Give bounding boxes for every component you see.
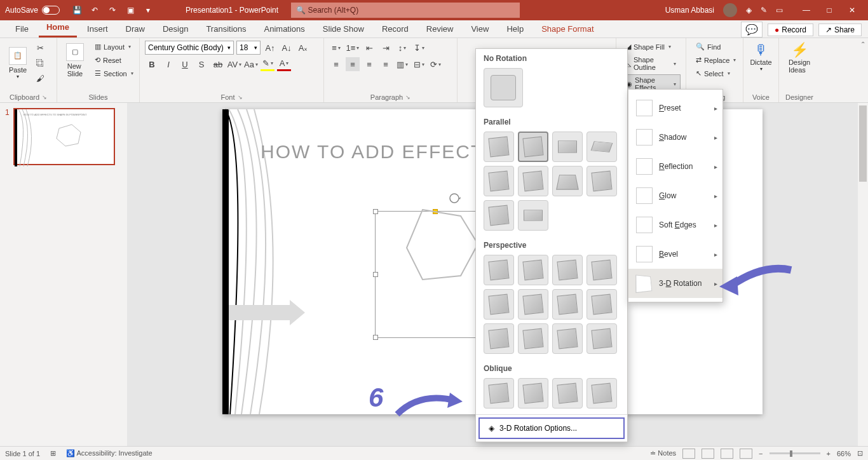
comments-icon[interactable]: 💬 — [741, 22, 763, 37]
scrollbar-thumb[interactable] — [859, 105, 867, 182]
maximize-icon[interactable]: □ — [824, 4, 835, 16]
tab-review[interactable]: Review — [419, 20, 461, 37]
cut-icon[interactable]: ✂ — [33, 41, 47, 55]
rotation-handle-icon[interactable] — [448, 192, 461, 205]
indent-decrease-icon[interactable]: ⇤ — [362, 41, 376, 55]
perspective-1[interactable] — [484, 255, 514, 285]
change-case-icon[interactable]: Aa — [244, 57, 258, 71]
highlight-icon[interactable]: ✎ — [261, 57, 275, 71]
normal-view-icon[interactable] — [682, 449, 695, 459]
autosave-toggle[interactable]: AutoSave — [0, 6, 65, 15]
tab-record[interactable]: Record — [374, 20, 416, 37]
font-launcher-icon[interactable]: ↘ — [238, 94, 243, 100]
tab-file[interactable]: File — [8, 20, 36, 37]
accessibility-status[interactable]: ♿ Accessibility: Investigate — [66, 449, 153, 457]
zoom-level[interactable]: 66% — [837, 450, 851, 457]
notes-button[interactable]: ≐ Notes — [650, 449, 676, 457]
tab-shape-format[interactable]: Shape Format — [534, 20, 601, 37]
zoom-slider[interactable] — [770, 452, 820, 454]
effects-shadow[interactable]: Shadow▸ — [628, 123, 722, 152]
close-icon[interactable]: ✕ — [846, 4, 858, 16]
effects-bevel[interactable]: Bevel▸ — [628, 240, 722, 269]
justify-icon[interactable]: ≡ — [379, 57, 393, 71]
char-spacing-icon[interactable]: AV — [227, 57, 241, 71]
rotation-none[interactable] — [484, 68, 523, 107]
indent-increase-icon[interactable]: ⇥ — [379, 41, 393, 55]
redo-icon[interactable]: ↷ — [107, 4, 118, 16]
slideshow-view-icon[interactable] — [740, 449, 752, 459]
language-icon[interactable]: ⊞ — [50, 449, 56, 457]
line-spacing-icon[interactable]: ↕ — [395, 41, 409, 55]
slide-thumbnail-1[interactable]: HOW TO ADD EFFECTS TO SHAPE IN POWERPOIN… — [13, 108, 115, 165]
tab-animations[interactable]: Animations — [257, 20, 313, 37]
font-size-combo[interactable]: 18▾ — [236, 41, 261, 55]
perspective-2[interactable] — [518, 255, 548, 285]
perspective-8[interactable] — [587, 289, 617, 320]
qat-more-icon[interactable]: ▾ — [142, 4, 154, 16]
new-slide-button[interactable]: ▢ New Slide — [62, 42, 88, 79]
autosave-switch-icon[interactable] — [42, 6, 60, 15]
handle-tl-icon[interactable] — [373, 209, 378, 214]
bold-icon[interactable]: B — [145, 57, 159, 71]
clear-format-icon[interactable]: Aₓ — [296, 41, 310, 55]
reset-button[interactable]: ⟲ Reset — [90, 54, 138, 66]
effects-3d-rotation[interactable]: 3-D Rotation▸ — [628, 269, 722, 298]
fit-window-icon[interactable]: ⊡ — [857, 449, 863, 457]
tab-insert[interactable]: Insert — [79, 20, 116, 37]
zoom-out-icon[interactable]: − — [759, 450, 763, 457]
user-name[interactable]: Usman Abbasi — [665, 6, 714, 15]
collapse-ribbon-icon[interactable]: ⌃ — [860, 41, 865, 48]
perspective-3[interactable] — [552, 255, 583, 285]
tab-design[interactable]: Design — [155, 20, 196, 37]
design-ideas-button[interactable]: ⚡ Design Ideas — [784, 41, 815, 75]
handle-bl-icon[interactable] — [373, 335, 378, 340]
replace-button[interactable]: ⇄ Replace — [691, 54, 738, 66]
bullets-icon[interactable]: ≡ — [329, 41, 343, 55]
sorter-view-icon[interactable] — [702, 449, 714, 459]
layout-button[interactable]: ▥ Layout — [90, 41, 138, 53]
tab-view[interactable]: View — [463, 20, 496, 37]
perspective-11[interactable] — [552, 323, 583, 354]
parallel-5[interactable] — [484, 166, 514, 196]
present-icon[interactable]: ▣ — [125, 4, 136, 16]
parallel-4[interactable] — [587, 132, 617, 162]
shape-outline-button[interactable]: ◺ Shape Outline — [621, 54, 681, 73]
align-text-icon[interactable]: ⊟ — [412, 57, 426, 71]
increase-font-icon[interactable]: A↑ — [263, 41, 277, 55]
effects-glow[interactable]: Glow▸ — [628, 181, 722, 210]
copy-icon[interactable]: ⿻ — [33, 56, 47, 70]
save-icon[interactable]: 💾 — [71, 4, 83, 16]
underline-icon[interactable]: U — [178, 57, 192, 71]
perspective-12[interactable] — [587, 323, 617, 354]
perspective-4[interactable] — [587, 255, 617, 285]
ribbon-display-icon[interactable]: ▭ — [776, 6, 783, 15]
tab-help[interactable]: Help — [499, 20, 531, 37]
slide-indicator[interactable]: Slide 1 of 1 — [5, 450, 40, 457]
tab-home[interactable]: Home — [39, 18, 77, 37]
minimize-icon[interactable]: ― — [801, 4, 812, 16]
parallel-7[interactable] — [552, 166, 583, 196]
undo-icon[interactable]: ↶ — [89, 4, 100, 16]
font-color-icon[interactable]: A — [277, 57, 291, 71]
parallel-10[interactable] — [518, 200, 548, 231]
wand-icon[interactable]: ✎ — [761, 6, 767, 15]
select-button[interactable]: ↖ Select — [691, 67, 738, 79]
italic-icon[interactable]: I — [161, 57, 175, 71]
oblique-3[interactable] — [552, 378, 583, 409]
share-button[interactable]: ↗Share — [818, 24, 862, 36]
parallel-2[interactable] — [518, 132, 548, 162]
tab-draw[interactable]: Draw — [118, 20, 153, 37]
tab-transitions[interactable]: Transitions — [198, 20, 254, 37]
columns-icon[interactable]: ▥ — [395, 57, 409, 71]
find-button[interactable]: 🔍 Find — [691, 41, 738, 53]
handle-ml-icon[interactable] — [373, 272, 378, 277]
search-box[interactable]: 🔍 Search (Alt+Q) — [291, 3, 520, 18]
smartart-icon[interactable]: ⟳ — [428, 57, 442, 71]
numbering-icon[interactable]: 1≡ — [346, 41, 360, 55]
align-left-icon[interactable]: ≡ — [329, 57, 343, 71]
perspective-6[interactable] — [518, 289, 548, 320]
record-button[interactable]: ●Record — [768, 24, 813, 36]
font-name-combo[interactable]: Century Gothic (Body)▾ — [145, 41, 234, 55]
effects-softedges[interactable]: Soft Edges▸ — [628, 210, 722, 240]
zoom-in-icon[interactable]: + — [827, 450, 831, 457]
